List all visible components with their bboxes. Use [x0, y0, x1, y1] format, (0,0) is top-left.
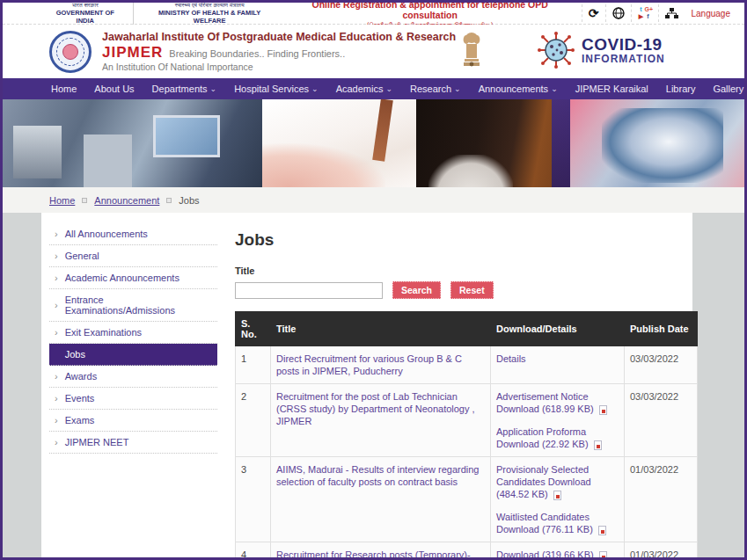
table-row: 2Recruitment for the post of Lab Technic…: [236, 384, 698, 457]
opd-consultation-link[interactable]: Online Registration & appointment for te…: [286, 0, 582, 28]
nav-item-research[interactable]: Research⌄: [401, 84, 470, 94]
cell-title: Recruitment for the post of Lab Technici…: [271, 384, 491, 457]
nav-item-gallery[interactable]: Gallery⌄: [704, 84, 747, 94]
social-media-links[interactable]: t G+ ▶ f: [631, 4, 658, 22]
sidebar-item-label: Academic Announcements: [65, 273, 179, 283]
header-publish-date: Publish Date: [625, 312, 698, 346]
globe-clock-icon: [612, 7, 625, 19]
sidebar-item-label: JIPMER NEET: [65, 437, 129, 447]
jobs-table: S. No. Title Download/Details Publish Da…: [235, 311, 698, 560]
ministry-english-label: MINISTRY OF HEALTH & FAMILY WELFARE: [143, 9, 277, 25]
sidebar-item-exit-examinations[interactable]: ›Exit Examinations: [49, 322, 217, 344]
main-navigation: HomeAbout UsDepartments⌄Hospital Service…: [3, 78, 744, 99]
youtube-icon: ▶: [638, 13, 645, 20]
title-filter-input[interactable]: [235, 282, 383, 299]
screen-reader-button[interactable]: ⟳: [582, 4, 605, 22]
sidebar-item-awards[interactable]: ›Awards: [49, 366, 217, 388]
sidebar-item-events[interactable]: ›Events: [49, 388, 217, 410]
sidebar-item-label: Awards: [65, 371, 97, 382]
sidebar-item-entrance-examinations-admissions[interactable]: ›Entrance Examinations/Admissions: [49, 289, 217, 322]
breadcrumb-home[interactable]: Home: [49, 195, 75, 206]
banner-photo-lab-glassware: [570, 99, 744, 187]
banner-photo-doctor-writing: [262, 99, 416, 187]
download-link[interactable]: Waitlisted Candidates Download (776.11 K…: [496, 512, 593, 535]
cell-downloads: Advertisement Notice Download (618.99 KB…: [491, 384, 625, 457]
chevron-down-icon: ⌄: [210, 84, 217, 93]
sitemap-button[interactable]: [658, 4, 685, 22]
sidebar-item-academic-announcements[interactable]: ›Academic Announcements: [49, 267, 217, 289]
nav-item-label: Hospital Services: [234, 84, 309, 94]
sidebar-item-label: Jobs: [65, 349, 85, 360]
site-header: Jawaharlal Institute Of Postgraduate Med…: [3, 25, 744, 78]
main-panel: Jobs Title Search Reset S. No. Title: [223, 213, 705, 557]
photo-banner: [3, 99, 744, 187]
covid-subtitle: INFORMATION: [582, 54, 665, 65]
nav-item-library[interactable]: Library: [657, 84, 705, 94]
breadcrumb-separator-icon: [82, 198, 87, 203]
sidebar-item-jobs[interactable]: ›Jobs: [49, 344, 217, 366]
nav-item-announcements[interactable]: Announcements⌄: [470, 84, 567, 94]
jipmer-logo[interactable]: [49, 31, 92, 73]
download-link[interactable]: Application Proforma Download (22.92 KB): [496, 426, 589, 449]
chevron-right-icon: ›: [55, 415, 58, 425]
download-item: Download (319.66 KB): [496, 549, 619, 560]
sidebar-item-jipmer-neet[interactable]: ›JIPMER NEET: [49, 432, 217, 454]
nav-item-academics[interactable]: Academics⌄: [327, 84, 401, 94]
cell-title: AIIMS, Madurai - Results of interview re…: [271, 457, 491, 542]
download-link[interactable]: Provisionaly Selected Candidates Downloa…: [496, 464, 591, 499]
pdf-file-icon: [553, 491, 561, 500]
covid-title: COVID-19: [582, 36, 665, 54]
breadcrumb: Home Announcement Jobs: [3, 187, 744, 213]
download-link[interactable]: Advertisement Notice Download (618.99 KB…: [496, 391, 594, 414]
download-item: Waitlisted Candidates Download (776.11 K…: [496, 511, 619, 535]
sitemap-icon: [665, 8, 678, 19]
chevron-right-icon: ›: [55, 371, 58, 382]
job-title-link[interactable]: Recruitment for the post of Lab Technici…: [276, 391, 475, 426]
content-area: ›All Announcements›General›Academic Anno…: [3, 213, 744, 557]
nav-item-label: Announcements: [479, 84, 549, 94]
cell-sno: 3: [236, 457, 271, 542]
banner-photo-microscope-exam: [416, 99, 570, 187]
header-download: Download/Details: [491, 312, 625, 346]
job-title-link[interactable]: Direct Recruitment for various Group B &…: [276, 353, 462, 376]
covid-info-banner[interactable]: COVID-19 INFORMATION: [538, 32, 665, 69]
site-title-block: Jawaharlal Institute Of Postgraduate Med…: [102, 31, 456, 72]
nav-item-departments[interactable]: Departments⌄: [143, 84, 226, 94]
government-of-india: भारत सरकार GOVERNMENT OF INDIA: [38, 2, 133, 25]
nav-item-label: Academics: [336, 84, 384, 94]
pdf-file-icon: [599, 551, 607, 560]
chevron-right-icon: ›: [55, 327, 58, 338]
language-button[interactable]: Language: [685, 9, 740, 18]
sidebar-item-exams[interactable]: ›Exams: [49, 410, 217, 432]
chevron-right-icon: ›: [55, 393, 58, 404]
nav-item-label: JIPMER Karaikal: [575, 84, 648, 94]
cell-sno: 1: [236, 346, 271, 384]
nav-item-about-us[interactable]: About Us: [85, 84, 143, 94]
chevron-right-icon: ›: [55, 251, 58, 261]
nav-item-hospital-services[interactable]: Hospital Services⌄: [225, 84, 327, 94]
twitter-icon: t: [638, 6, 645, 13]
page-title: Jobs: [235, 230, 698, 250]
nav-item-jipmer-karaikal[interactable]: JIPMER Karaikal: [567, 84, 657, 94]
sidebar-item-label: Exams: [65, 415, 95, 425]
sidebar-item-all-announcements[interactable]: ›All Announcements: [49, 223, 217, 245]
top-bar-right: Online Registration & appointment for te…: [286, 4, 739, 22]
download-link[interactable]: Details: [496, 353, 526, 364]
globe-button[interactable]: [605, 4, 631, 22]
breadcrumb-announcement[interactable]: Announcement: [94, 195, 159, 206]
search-button[interactable]: Search: [392, 281, 441, 299]
job-title-link[interactable]: AIIMS, Madurai - Results of interview re…: [276, 464, 479, 487]
sidebar-item-general[interactable]: ›General: [49, 245, 217, 267]
cell-downloads: Provisionaly Selected Candidates Downloa…: [491, 457, 625, 542]
nav-item-label: Library: [666, 84, 696, 94]
download-item: Details: [496, 353, 619, 365]
nav-item-label: About Us: [94, 84, 134, 94]
cell-title: Recruitment for Research posts (Temporar…: [271, 542, 491, 560]
nav-item-home[interactable]: Home: [42, 84, 85, 94]
job-title-link[interactable]: Recruitment for Research posts (Temporar…: [276, 549, 474, 560]
download-link[interactable]: Download (319.66 KB): [496, 549, 594, 560]
reset-button[interactable]: Reset: [450, 281, 494, 299]
chevron-down-icon: ⌄: [385, 84, 392, 93]
ministry-of-health: स्वास्थ्य एवं परिवार कल्याण मंत्रालय MIN…: [133, 2, 286, 25]
chevron-right-icon: ›: [55, 273, 58, 283]
